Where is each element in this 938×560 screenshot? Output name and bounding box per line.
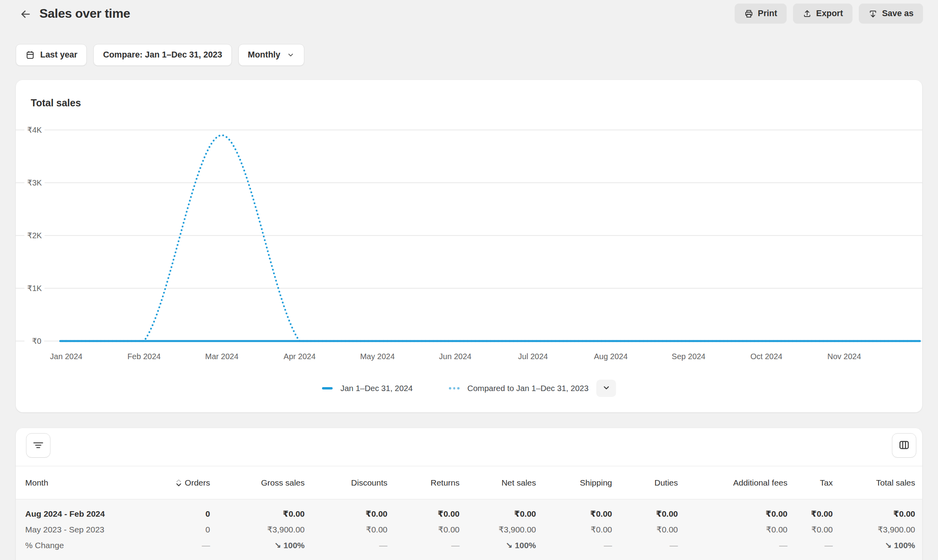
print-button[interactable]: Print bbox=[735, 4, 787, 24]
column-header-label: Returns bbox=[430, 478, 460, 488]
value-cell: ₹0.00 bbox=[536, 509, 612, 519]
row-label-cell: May 2023 - Sep 2023 bbox=[16, 525, 158, 534]
compare-label: Compare: Jan 1–Dec 31, 2023 bbox=[103, 50, 222, 60]
calendar-icon bbox=[25, 50, 35, 60]
page-title: Sales over time bbox=[39, 6, 130, 21]
value-cell: ↘ 100% bbox=[460, 541, 536, 550]
granularity-label: Monthly bbox=[248, 50, 280, 60]
value-cell: — bbox=[305, 541, 387, 550]
value-cell: — bbox=[536, 541, 612, 550]
value-cell: ₹3,900.00 bbox=[833, 525, 915, 534]
value-cell: ↘ 100% bbox=[833, 541, 915, 550]
date-range-label: Last year bbox=[40, 50, 77, 60]
column-header-label: Discounts bbox=[351, 478, 387, 488]
chart-legend: Jan 1–Dec 31, 2024 Compared to Jan 1–Dec… bbox=[16, 380, 922, 397]
value-cell: — bbox=[678, 541, 787, 550]
table-row-may-2023-sep-2023: May 2023 - Sep 20230₹3,900.00₹0.00₹0.00₹… bbox=[16, 522, 922, 538]
column-header-duties[interactable]: Duties bbox=[612, 478, 678, 488]
sales-breakdown-table-card: MonthOrdersGross salesDiscountsReturnsNe… bbox=[16, 428, 922, 560]
solid-line-swatch bbox=[322, 387, 333, 389]
dotted-line-swatch bbox=[449, 387, 460, 389]
edit-columns-button[interactable] bbox=[892, 433, 916, 458]
value-cell: — bbox=[387, 541, 460, 550]
filter-bar: Last year Compare: Jan 1–Dec 31, 2023 Mo… bbox=[16, 44, 304, 66]
export-button[interactable]: Export bbox=[793, 4, 852, 24]
value-cell: ↘ 100% bbox=[210, 541, 305, 550]
comparison-period-line bbox=[60, 135, 920, 341]
column-header-month[interactable]: Month bbox=[16, 478, 158, 488]
value-cell: 0 bbox=[158, 509, 210, 519]
columns-icon bbox=[898, 439, 910, 452]
column-header-label: Total sales bbox=[876, 478, 915, 488]
value-cell: 0 bbox=[158, 525, 210, 534]
value-cell: — bbox=[787, 541, 833, 550]
save-as-icon bbox=[868, 9, 878, 19]
value-cell: ₹0.00 bbox=[787, 509, 833, 519]
table-row-change: % Change—↘ 100%——↘ 100%————↘ 100% bbox=[16, 538, 922, 553]
export-button-label: Export bbox=[816, 9, 843, 19]
legend-dropdown-button[interactable] bbox=[596, 380, 616, 397]
column-header-label: Gross sales bbox=[261, 478, 305, 488]
total-sales-chart-card: Total sales ₹4K₹3K₹2K₹1K₹0Jan 2024Feb 20… bbox=[16, 80, 922, 412]
row-label-cell: % Change bbox=[16, 541, 158, 550]
row-label-cell: Aug 2024 - Feb 2024 bbox=[16, 509, 158, 519]
value-cell: ₹0.00 bbox=[678, 509, 787, 519]
sales-over-time-report: Sales over time Print Export Save as bbox=[0, 0, 938, 560]
table-row-aug-2024-feb-2024: Aug 2024 - Feb 20240₹0.00₹0.00₹0.00₹0.00… bbox=[16, 506, 922, 522]
column-header-label: Month bbox=[25, 478, 48, 488]
value-cell: ₹0.00 bbox=[460, 509, 536, 519]
column-header-label: Orders bbox=[185, 478, 210, 488]
column-header-gross-sales[interactable]: Gross sales bbox=[210, 478, 305, 488]
value-cell: ₹0.00 bbox=[612, 525, 678, 534]
print-button-label: Print bbox=[758, 9, 777, 19]
value-cell: ₹0.00 bbox=[787, 525, 833, 534]
compare-chip[interactable]: Compare: Jan 1–Dec 31, 2023 bbox=[93, 44, 231, 66]
value-cell: ₹3,900.00 bbox=[210, 525, 305, 534]
sort-icon bbox=[176, 479, 182, 486]
column-header-label: Shipping bbox=[580, 478, 612, 488]
value-cell: ₹0.00 bbox=[387, 525, 460, 534]
date-range-chip[interactable]: Last year bbox=[16, 44, 87, 66]
chevron-down-icon bbox=[287, 51, 295, 59]
back-button[interactable] bbox=[17, 6, 35, 24]
column-header-orders[interactable]: Orders bbox=[158, 478, 210, 488]
export-icon bbox=[802, 9, 812, 19]
value-cell: ₹0.00 bbox=[612, 509, 678, 519]
chart-canvas bbox=[16, 80, 922, 412]
column-header-label: Tax bbox=[820, 478, 833, 488]
filter-button[interactable] bbox=[26, 433, 50, 458]
value-cell: ₹0.00 bbox=[305, 525, 387, 534]
arrow-left-icon bbox=[19, 8, 32, 22]
table-header-row: MonthOrdersGross salesDiscountsReturnsNe… bbox=[16, 466, 922, 499]
granularity-chip[interactable]: Monthly bbox=[238, 44, 304, 66]
header-actions: Print Export Save as bbox=[735, 4, 923, 24]
table-toolbar bbox=[16, 428, 922, 466]
column-header-label: Net sales bbox=[501, 478, 536, 488]
legend-item-compare: Compared to Jan 1–Dec 31, 2023 bbox=[449, 384, 588, 393]
value-cell: ₹0.00 bbox=[210, 509, 305, 519]
column-header-additional-fees[interactable]: Additional fees bbox=[678, 478, 787, 488]
column-header-discounts[interactable]: Discounts bbox=[305, 478, 387, 488]
legend-item-current: Jan 1–Dec 31, 2024 bbox=[322, 384, 413, 393]
column-header-tax[interactable]: Tax bbox=[787, 478, 833, 488]
column-header-returns[interactable]: Returns bbox=[387, 478, 460, 488]
value-cell: ₹0.00 bbox=[678, 525, 787, 534]
column-header-net-sales[interactable]: Net sales bbox=[460, 478, 536, 488]
column-header-total-sales[interactable]: Total sales bbox=[833, 478, 915, 488]
column-header-shipping[interactable]: Shipping bbox=[536, 478, 612, 488]
value-cell: ₹0.00 bbox=[305, 509, 387, 519]
printer-icon bbox=[744, 9, 754, 19]
value-cell: ₹3,900.00 bbox=[460, 525, 536, 534]
value-cell: — bbox=[158, 541, 210, 550]
value-cell: ₹0.00 bbox=[387, 509, 460, 519]
column-header-label: Duties bbox=[654, 478, 678, 488]
save-as-button[interactable]: Save as bbox=[859, 4, 923, 24]
legend-current-label: Jan 1–Dec 31, 2024 bbox=[341, 384, 413, 393]
save-as-button-label: Save as bbox=[882, 9, 914, 19]
column-header-label: Additional fees bbox=[733, 478, 787, 488]
value-cell: ₹0.00 bbox=[536, 525, 612, 534]
filter-icon bbox=[32, 439, 44, 452]
legend-compare-label: Compared to Jan 1–Dec 31, 2023 bbox=[467, 384, 589, 393]
chevron-down-icon bbox=[602, 383, 611, 393]
value-cell: ₹0.00 bbox=[833, 509, 915, 519]
